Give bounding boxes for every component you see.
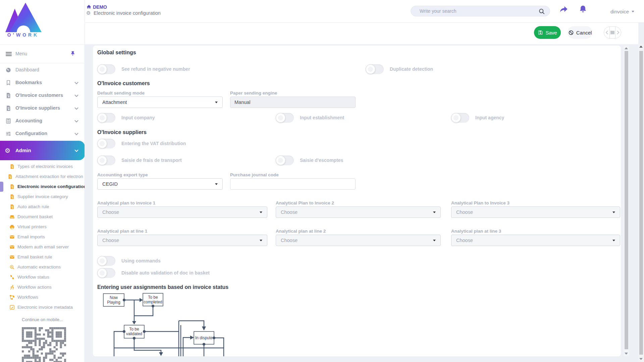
sidebar-item-workflow-actions[interactable]: Workflow actions <box>0 282 85 292</box>
accounting-export-type-select[interactable]: CEGID <box>97 178 223 190</box>
mobile-hint: Continue on mobile... <box>0 317 85 322</box>
sidebar-item-label: Electronic invoice metadata <box>17 305 73 310</box>
gear-icon: ⚙ <box>5 146 10 155</box>
page-scrollbar[interactable] <box>638 44 644 362</box>
sidebar-item-auto-attach-rule[interactable]: Auto attach rule <box>0 202 85 212</box>
escompte-toggle[interactable] <box>276 156 294 165</box>
bookmark-icon <box>5 80 11 86</box>
pen-square-icon <box>9 305 15 310</box>
flow-node-label: validated <box>126 331 142 336</box>
brand-logo[interactable] <box>5 3 42 32</box>
select-value: Choose <box>102 238 119 243</box>
transport-fees-label: Saisie de frais de transport <box>121 156 182 165</box>
sidebar-item-email-basket-rule[interactable]: Email basket rule <box>0 252 85 262</box>
purchase-journal-code-input[interactable] <box>230 178 356 190</box>
next-record-button[interactable] <box>615 27 621 38</box>
previous-record-button[interactable] <box>604 27 609 38</box>
flow-node-label: To be <box>148 295 158 300</box>
user-menu[interactable]: dinvoice <box>610 7 634 16</box>
scroll-down-icon[interactable] <box>639 358 643 360</box>
sidebar-item-email-imports[interactable]: Email imports <box>0 232 85 242</box>
input-establishment-toggle[interactable] <box>276 113 294 123</box>
plan-invoice-3-select[interactable]: Choose <box>451 206 620 218</box>
breadcrumb-app[interactable]: DEMO <box>93 4 107 10</box>
envelope-icon <box>9 244 15 250</box>
plan-line-1-select[interactable]: Choose <box>97 235 267 246</box>
file-invoice-icon <box>5 105 11 111</box>
main-panel: Global settings See refund in negative n… <box>93 46 621 356</box>
chevron-down-icon <box>74 107 78 110</box>
pin-icon[interactable] <box>70 50 76 57</box>
input-agency-toggle[interactable] <box>451 113 469 123</box>
plan-invoice-1-select[interactable]: Choose <box>97 206 267 218</box>
plan-line-3-label: Analytical plan at line 3 <box>451 229 501 234</box>
sidebar-item-label: Electronic invoice configuration <box>17 184 85 189</box>
scrollbar-thumb[interactable] <box>639 51 643 355</box>
sidebar-item-electronic-invoice-metadata[interactable]: Electronic invoice metadata <box>0 302 85 312</box>
scroll-down-icon[interactable] <box>625 353 628 355</box>
sidebar-item-label: Workflow actions <box>17 285 52 290</box>
sidebar-item-attachment-extraction[interactable]: Attachment extraction for electron <box>0 172 85 182</box>
qr-code <box>22 327 66 362</box>
sidebar-item-oinvoice-suppliers[interactable]: O'Invoice suppliers <box>0 102 85 115</box>
save-button[interactable]: Save <box>534 26 561 39</box>
duplicate-detection-toggle[interactable] <box>366 64 384 74</box>
scroll-up-icon[interactable] <box>625 47 628 49</box>
flow-node-label: To be <box>129 327 139 331</box>
sidebar-item-admin[interactable]: ⚙ Admin <box>0 141 85 160</box>
disable-auto-validation-toggle[interactable] <box>97 268 115 278</box>
search-icon[interactable] <box>538 8 545 15</box>
sidebar-item-accounting[interactable]: Accounting <box>0 115 85 127</box>
sidebar-item-label: Configuration <box>15 131 47 136</box>
input-company-toggle[interactable] <box>97 113 115 123</box>
scroll-up-icon[interactable] <box>639 46 643 48</box>
sidebar-item-types-of-electronic-invoices[interactable]: Types of electronic invoices <box>0 162 85 172</box>
hamburger-icon[interactable] <box>5 51 12 57</box>
bell-icon[interactable] <box>578 5 588 14</box>
plan-invoice-2-select[interactable]: Choose <box>276 206 441 218</box>
paper-sending-engine-input[interactable] <box>230 97 356 108</box>
sidebar: O'WORK Menu Dashboard Bookmarks O'Invoic… <box>0 0 85 362</box>
transport-fees-toggle[interactable] <box>97 156 115 165</box>
plan-invoice-3-label: Analytical Plan to Invoice 3 <box>451 200 509 205</box>
sidebar-item-oinvoice-customers[interactable]: O'Invoice customers <box>0 89 85 102</box>
sidebar-item-label: Attachment extraction for electron <box>15 174 83 179</box>
section-title-suppliers: O'Invoice suppliers <box>97 129 147 135</box>
printer-icon <box>9 224 15 230</box>
sidebar-item-virtual-printers[interactable]: Virtual printers <box>0 222 85 232</box>
vat-distribution-toggle[interactable] <box>97 139 115 148</box>
sidebar-item-document-basket[interactable]: Document basket <box>0 212 85 222</box>
sidebar-item-configuration[interactable]: Configuration <box>0 127 85 140</box>
see-refund-label: See refund in negative number <box>121 64 190 74</box>
scrollbar-thumb[interactable] <box>625 51 628 349</box>
sidebar-item-electronic-invoice-configuration[interactable]: Electronic invoice configuration <box>0 182 85 192</box>
sidebar-item-label: Document basket <box>17 214 53 219</box>
see-refund-toggle[interactable] <box>97 64 115 74</box>
sidebar-item-bookmarks[interactable]: Bookmarks <box>0 76 85 89</box>
sidebar-item-workflow-status[interactable]: Workflow status <box>0 272 85 282</box>
section-title-customers: O'Invoice customers <box>97 80 150 86</box>
sidebar-item-label: Email imports <box>17 234 45 239</box>
sidebar-item-label: Accounting <box>15 118 42 123</box>
sidebar-item-supplier-invoice-category[interactable]: Supplier invoice category <box>0 192 85 202</box>
home-icon[interactable] <box>86 4 92 9</box>
plan-line-3-select[interactable]: Choose <box>451 235 620 246</box>
sidebar-item-dashboard[interactable]: Dashboard <box>0 64 85 76</box>
using-commands-label: Using commands <box>121 256 161 266</box>
share-icon[interactable] <box>559 5 568 14</box>
record-list-button[interactable] <box>609 27 615 38</box>
default-sending-mode-select[interactable]: Attachment <box>97 97 223 108</box>
sidebar-item-label: Modern auth email server <box>17 244 69 249</box>
cancel-button[interactable]: Cancel <box>568 26 592 39</box>
duplicate-detection-label: Duplicate detection <box>390 64 433 74</box>
plan-invoice-2-label: Analytical Plan to Invoice 2 <box>276 200 334 205</box>
sidebar-item-workflows[interactable]: Workflows <box>0 292 85 302</box>
sidebar-item-automatic-extractions[interactable]: Automatic extractions <box>0 262 85 272</box>
using-commands-toggle[interactable] <box>97 256 115 266</box>
sidebar-item-modern-auth-email-server[interactable]: Modern auth email server <box>0 242 85 252</box>
sidebar-item-label: Email basket rule <box>17 254 52 259</box>
caret-down-icon <box>612 212 615 213</box>
search-input[interactable] <box>420 6 534 16</box>
panel-scrollbar[interactable] <box>624 46 629 356</box>
plan-line-2-select[interactable]: Choose <box>276 235 441 246</box>
